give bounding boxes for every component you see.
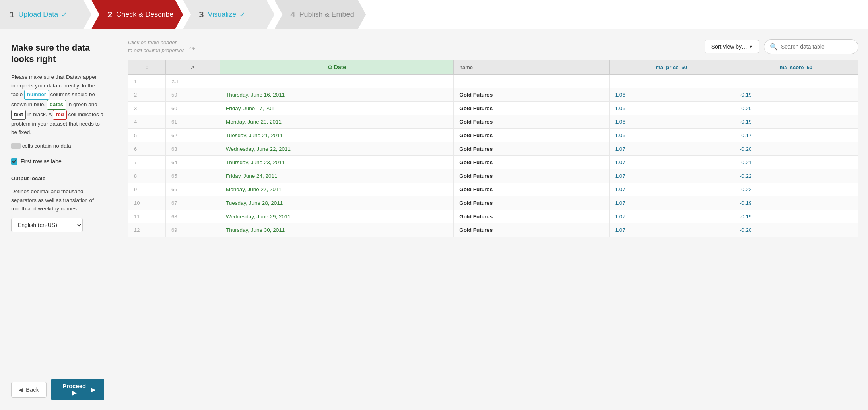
- th-col-c[interactable]: name: [454, 60, 609, 75]
- cell-row-num: 1: [128, 75, 166, 88]
- cell-row-num: 7: [128, 156, 166, 169]
- table-row: 1X.1: [128, 75, 858, 88]
- cell-col-c: Gold Futures: [454, 156, 609, 169]
- right-panel: Click on table header to edit column pro…: [115, 29, 868, 410]
- locale-select[interactable]: English (en-US) German (de-DE) French (f…: [11, 218, 83, 232]
- cell-col-e: -0.19: [734, 196, 858, 210]
- data-table: ↕ A ⊙ Date name ma_price_60 ma_score_60: [128, 60, 858, 237]
- cell-row-num: 11: [128, 210, 166, 223]
- sort-dropdown-icon: ▾: [750, 43, 752, 50]
- empty-cell-indicator: [11, 143, 21, 149]
- sort-label: Sort view by…: [711, 43, 747, 50]
- cell-col-b: Friday, June 24, 2011: [220, 169, 453, 183]
- cell-col-b: Monday, June 27, 2011: [220, 183, 453, 196]
- cell-col-d: 1.07: [609, 169, 734, 183]
- cell-col-a: 60: [165, 102, 220, 115]
- step-3[interactable]: 3 Visualize ✓: [183, 0, 274, 29]
- th-c-label: name: [459, 64, 473, 70]
- badge-red: red: [53, 110, 66, 120]
- cell-col-a: 62: [165, 129, 220, 142]
- th-col-a[interactable]: A: [165, 60, 220, 75]
- panel-heading: Make sure the data looks right: [11, 42, 104, 65]
- cell-col-c: [454, 75, 609, 88]
- proceed-button[interactable]: Proceed ▶ ▶: [51, 379, 104, 400]
- table-row: 865Friday, June 24, 2011Gold Futures1.07…: [128, 169, 858, 183]
- hint-line2: to edit column properties: [128, 47, 184, 54]
- th-col-d[interactable]: ma_price_60: [609, 60, 734, 75]
- table-row: 764Thursday, June 23, 2011Gold Futures1.…: [128, 156, 858, 169]
- step-4-label: Publish & Embed: [299, 10, 354, 19]
- cell-col-e: [734, 75, 858, 88]
- cell-col-c: Gold Futures: [454, 102, 609, 115]
- step-1-label: Upload Data: [18, 10, 58, 19]
- cell-col-b: Tuesday, June 28, 2011: [220, 196, 453, 210]
- first-row-label: First row as label: [21, 158, 63, 165]
- cell-col-a: 59: [165, 88, 220, 102]
- step-1[interactable]: 1 Upload Data ✓: [0, 0, 91, 29]
- step-4[interactable]: 4 Publish & Embed: [274, 0, 366, 29]
- cell-col-a: X.1: [165, 75, 220, 88]
- cell-col-a: 64: [165, 156, 220, 169]
- badge-number: number: [24, 90, 49, 100]
- cell-row-num: 4: [128, 115, 166, 129]
- badge-dates: dates: [47, 100, 66, 110]
- cell-col-d: 1.07: [609, 223, 734, 237]
- th-d-label: ma_price_60: [656, 64, 687, 70]
- cell-col-d: 1.06: [609, 115, 734, 129]
- cell-col-b: Thursday, June 30, 2011: [220, 223, 453, 237]
- th-col-e[interactable]: ma_score_60: [734, 60, 858, 75]
- step-3-label: Visualize: [208, 10, 237, 19]
- empty-cell-desc: cells contain no data.: [11, 142, 104, 150]
- table-row: 1168Wednesday, June 29, 2011Gold Futures…: [128, 210, 858, 223]
- back-label: Back: [26, 386, 39, 393]
- step-2[interactable]: 2 Check & Describe: [91, 0, 183, 29]
- back-arrow-icon: ◀: [19, 386, 23, 393]
- search-icon: 🔍: [770, 43, 778, 51]
- table-header-row: ↕ A ⊙ Date name ma_price_60 ma_score_60: [128, 60, 858, 75]
- cell-col-e: -0.20: [734, 102, 858, 115]
- sort-button[interactable]: Sort view by… ▾: [705, 40, 759, 53]
- cell-col-c: Gold Futures: [454, 88, 609, 102]
- cell-row-num: 5: [128, 129, 166, 142]
- proceed-arrow-icon: ▶: [91, 386, 95, 393]
- cell-col-b: Friday, June 17, 2011: [220, 102, 453, 115]
- arrow-hint-icon: ↷: [189, 45, 195, 53]
- output-locale-desc: Defines decimal and thousand separators …: [11, 187, 104, 213]
- th-col-b[interactable]: ⊙ Date: [220, 60, 453, 75]
- cell-col-c: Gold Futures: [454, 183, 609, 196]
- first-row-label-row: First row as label: [11, 158, 104, 165]
- step-1-check: ✓: [61, 10, 67, 19]
- cell-col-b: Wednesday, June 22, 2011: [220, 142, 453, 156]
- cell-col-c: Gold Futures: [454, 169, 609, 183]
- cell-col-c: Gold Futures: [454, 129, 609, 142]
- cell-col-a: 67: [165, 196, 220, 210]
- hint-line1: Click on table header: [128, 39, 177, 46]
- cell-row-num: 3: [128, 102, 166, 115]
- cell-col-a: 68: [165, 210, 220, 223]
- cell-col-b: Thursday, June 16, 2011: [220, 88, 453, 102]
- cell-col-c: Gold Futures: [454, 223, 609, 237]
- main-content: Make sure the data looks right Please ma…: [0, 29, 868, 410]
- cell-col-e: -0.19: [734, 115, 858, 129]
- cell-col-d: 1.07: [609, 210, 734, 223]
- cell-col-d: 1.07: [609, 156, 734, 169]
- first-row-checkbox[interactable]: [11, 158, 17, 165]
- cell-row-num: 2: [128, 88, 166, 102]
- search-input[interactable]: [781, 43, 852, 50]
- cell-col-c: Gold Futures: [454, 196, 609, 210]
- th-b-icon: ⊙: [328, 64, 332, 70]
- cell-col-d: 1.07: [609, 142, 734, 156]
- cell-col-e: -0.19: [734, 210, 858, 223]
- proceed-label: Proceed ▶: [60, 383, 88, 396]
- cell-col-e: -0.19: [734, 88, 858, 102]
- table-row: 663Wednesday, June 22, 2011Gold Futures1…: [128, 142, 858, 156]
- table-row: 360Friday, June 17, 2011Gold Futures1.06…: [128, 102, 858, 115]
- cell-col-d: 1.06: [609, 102, 734, 115]
- table-row: 1067Tuesday, June 28, 2011Gold Futures1.…: [128, 196, 858, 210]
- th-sort[interactable]: ↕: [128, 60, 166, 75]
- cell-col-d: 1.06: [609, 88, 734, 102]
- table-row: 1269Thursday, June 30, 2011Gold Futures1…: [128, 223, 858, 237]
- back-button[interactable]: ◀ Back: [11, 382, 47, 398]
- left-panel: Make sure the data looks right Please ma…: [0, 29, 115, 410]
- cell-col-a: 63: [165, 142, 220, 156]
